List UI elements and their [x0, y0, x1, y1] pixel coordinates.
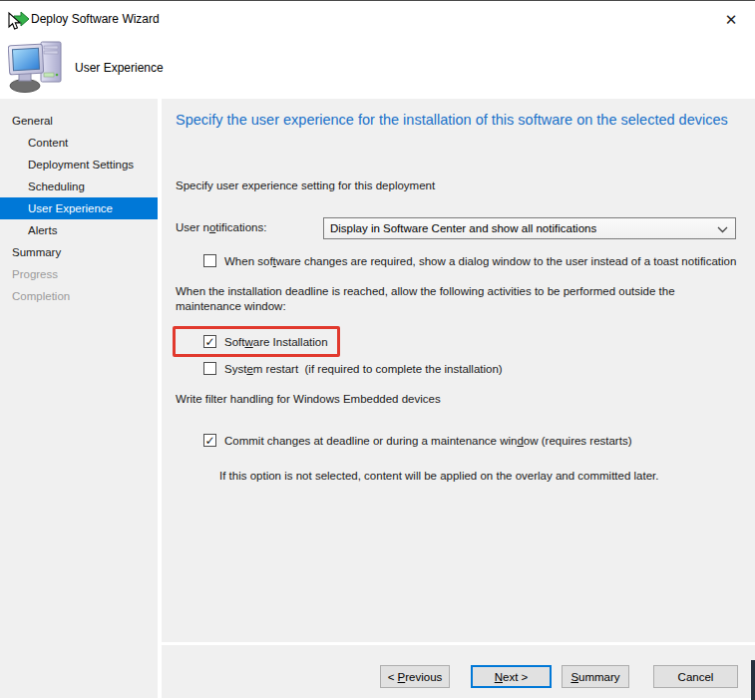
wizard-sidebar: General Content Deployment Settings Sche… — [0, 99, 158, 698]
previous-button[interactable]: < Previous — [380, 665, 450, 688]
sidebar-item-summary[interactable]: Summary — [0, 241, 158, 263]
checkbox-box[interactable] — [203, 254, 216, 267]
checkbox-box[interactable]: ✓ — [203, 434, 216, 447]
computer-icon — [8, 40, 66, 94]
checkbox-label: System restart (if required to complete … — [224, 363, 503, 375]
write-filter-text: Write filter handling for Windows Embedd… — [176, 392, 441, 407]
dropdown-selected-value: Display in Software Center and show all … — [330, 222, 596, 234]
sidebar-item-user-experience[interactable]: User Experience — [0, 197, 158, 219]
deadline-text: When the installation deadline is reache… — [176, 284, 732, 314]
mouse-cursor-icon — [9, 13, 20, 29]
summary-button[interactable]: Summary — [562, 665, 629, 688]
window-title: Deploy Software Wizard — [31, 12, 160, 26]
dialog-window-checkbox[interactable]: When software changes are required, show… — [203, 254, 736, 267]
checkbox-label: Commit changes at deadline or during a m… — [224, 435, 631, 447]
step-title: User Experience — [75, 61, 164, 75]
user-experience-page: Specify the user experience for the inst… — [162, 99, 755, 642]
commit-note-text: If this option is not selected, content … — [219, 469, 658, 484]
system-restart-checkbox[interactable]: System restart (if required to complete … — [203, 362, 503, 375]
title-bar: Deploy Software Wizard ✕ — [0, 2, 755, 36]
sidebar-item-general[interactable]: General — [0, 110, 158, 132]
screen-edge-artifact — [751, 660, 755, 700]
user-notifications-dropdown[interactable]: Display in Software Center and show all … — [323, 217, 736, 239]
user-notifications-label: User notifications: — [176, 221, 266, 233]
sidebar-item-completion: Completion — [0, 285, 158, 307]
deploy-arrow-icon — [7, 8, 31, 32]
intro-text: Specify user experience setting for this… — [176, 178, 435, 193]
deploy-software-wizard-window: Deploy Software Wizard ✕ — [0, 0, 755, 700]
page-title: Specify the user experience for the inst… — [176, 111, 749, 130]
sidebar-item-content[interactable]: Content — [0, 132, 158, 154]
close-icon[interactable]: ✕ — [719, 9, 743, 31]
checkbox-label: Software Installation — [224, 336, 328, 348]
sidebar-item-scheduling[interactable]: Scheduling — [0, 175, 158, 197]
checkbox-label: When software changes are required, show… — [224, 255, 736, 267]
checkbox-box[interactable] — [203, 362, 216, 375]
checkbox-box[interactable]: ✓ — [203, 335, 216, 348]
sidebar-item-alerts[interactable]: Alerts — [0, 219, 158, 241]
software-installation-checkbox[interactable]: ✓ Software Installation — [203, 335, 328, 348]
cancel-button[interactable]: Cancel — [653, 665, 738, 688]
next-button[interactable]: Next > — [471, 665, 552, 688]
chevron-down-icon — [717, 226, 728, 233]
wizard-header: User Experience — [0, 36, 755, 99]
wizard-footer: < Previous Next > Summary Cancel — [162, 645, 755, 698]
commit-changes-checkbox[interactable]: ✓ Commit changes at deadline or during a… — [203, 434, 631, 447]
sidebar-item-progress: Progress — [0, 263, 158, 285]
sidebar-item-deployment-settings[interactable]: Deployment Settings — [0, 154, 158, 175]
